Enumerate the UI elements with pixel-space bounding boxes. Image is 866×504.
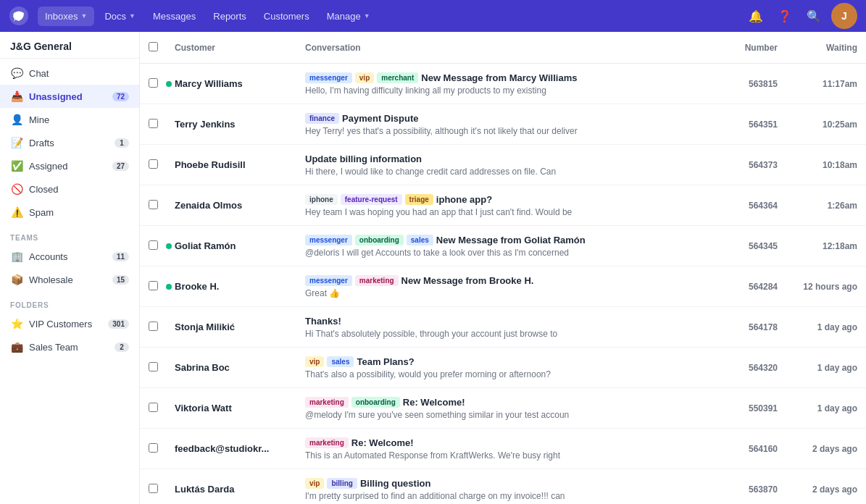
sidebar-item-label: VIP Customers bbox=[29, 319, 102, 329]
row-checkbox-container[interactable] bbox=[149, 403, 175, 414]
row-checkbox-container[interactable] bbox=[149, 119, 175, 130]
table-row[interactable]: Luktás Darda vipbillingBilling question … bbox=[140, 469, 866, 504]
row-checkbox[interactable] bbox=[149, 443, 158, 453]
table-row[interactable]: Phoebe Rudisill Update billing informati… bbox=[140, 145, 866, 185]
sidebar-item-assigned[interactable]: ✅ Assigned 27 bbox=[0, 154, 139, 177]
brand-logo[interactable] bbox=[9, 6, 29, 26]
row-checkbox[interactable] bbox=[149, 484, 158, 493]
conv-title: iphone app? bbox=[436, 194, 492, 205]
conv-preview: This is an Automated Response from Kraft… bbox=[305, 450, 707, 461]
accounts-icon: 🏢 bbox=[10, 251, 23, 262]
tag-messenger: messenger bbox=[305, 72, 352, 83]
conv-title: New Message from Goliat Ramón bbox=[436, 235, 586, 245]
row-conversation: Thanks! Hi That's absolutely possible, t… bbox=[305, 316, 712, 339]
customer-name: Goliat Ramón bbox=[175, 240, 305, 251]
help-button[interactable]: ❓ bbox=[773, 4, 796, 28]
notifications-button[interactable]: 🔔 bbox=[744, 4, 767, 28]
row-number: 564345 bbox=[712, 241, 778, 251]
user-avatar[interactable]: J bbox=[831, 3, 857, 29]
conv-tags: iphonefeature-requesttriageiphone app? bbox=[305, 194, 707, 205]
row-checkbox[interactable] bbox=[149, 200, 158, 209]
customer-name: Sabrina Boc bbox=[175, 362, 305, 373]
nav-reports[interactable]: Reports bbox=[206, 7, 254, 26]
main-layout: J&G General 💬 Chat 📥 Unassigned 72 👤 Min… bbox=[0, 32, 866, 504]
row-checkbox[interactable] bbox=[149, 119, 158, 128]
table-row[interactable]: Viktoria Watt marketingonboardingRe: Wel… bbox=[140, 388, 866, 429]
row-checkbox-container[interactable] bbox=[149, 362, 175, 374]
row-checkbox-container[interactable] bbox=[149, 159, 175, 171]
sidebar-item-chat[interactable]: 💬 Chat bbox=[0, 62, 139, 85]
conv-title: Team Plans? bbox=[357, 356, 414, 367]
row-checkbox[interactable] bbox=[149, 159, 158, 169]
sidebar-item-unassigned[interactable]: 📥 Unassigned 72 bbox=[0, 85, 139, 108]
table-row[interactable]: Terry Jenkins financePayment Dispute Hey… bbox=[140, 104, 866, 145]
tag-billing: billing bbox=[327, 478, 357, 489]
conv-preview: Hey Terry! yes that's a possibility, alt… bbox=[305, 126, 707, 136]
sidebar: J&G General 💬 Chat 📥 Unassigned 72 👤 Min… bbox=[0, 32, 140, 504]
conv-title: New Message from Brooke H. bbox=[401, 275, 534, 286]
conv-preview: @deloris I will get Accounts to take a l… bbox=[305, 248, 707, 258]
nav-docs[interactable]: Docs ▼ bbox=[97, 7, 143, 26]
row-checkbox[interactable] bbox=[149, 362, 158, 371]
header-number: Number bbox=[712, 43, 778, 53]
row-customer: Luktás Darda bbox=[175, 484, 305, 495]
conv-title: Re: Welcome! bbox=[351, 437, 414, 448]
row-checkbox[interactable] bbox=[149, 281, 158, 290]
sidebar-item-closed[interactable]: 🚫 Closed bbox=[0, 177, 139, 201]
table-row[interactable]: Marcy Williams messengervipmerchantNew M… bbox=[140, 64, 866, 104]
customer-name: Marcy Williams bbox=[175, 78, 305, 89]
row-conversation: vipbillingBilling question I'm pretty su… bbox=[305, 478, 712, 501]
row-checkbox-container[interactable] bbox=[149, 484, 175, 495]
conv-tags: marketingRe: Welcome! bbox=[305, 437, 707, 448]
row-checkbox-container[interactable] bbox=[149, 200, 175, 211]
table-row[interactable]: Goliat Ramón messengeronboardingsalesNew… bbox=[140, 226, 866, 266]
sales-team-badge: 2 bbox=[115, 343, 129, 352]
conv-tags: messengeronboardingsalesNew Message from… bbox=[305, 235, 707, 245]
tag-marketing: marketing bbox=[305, 397, 349, 408]
inboxes-chevron: ▼ bbox=[81, 12, 88, 20]
nav-manage[interactable]: Manage ▼ bbox=[320, 7, 378, 26]
sidebar-item-vip-customers[interactable]: ⭐ VIP Customers 301 bbox=[0, 312, 139, 335]
sidebar-item-accounts[interactable]: 🏢 Accounts 11 bbox=[0, 245, 139, 268]
nav-messages[interactable]: Messages bbox=[146, 7, 203, 26]
table-row[interactable]: feedback@studiokr... marketingRe: Welcom… bbox=[140, 429, 866, 469]
teams-section-title: TEAMS bbox=[0, 224, 139, 245]
row-checkbox[interactable] bbox=[149, 403, 158, 412]
row-customer: Stonja Milikić bbox=[175, 322, 305, 332]
row-number: 550391 bbox=[712, 403, 778, 413]
customer-name: Zenaida Olmos bbox=[175, 200, 305, 211]
sidebar-item-sales-team[interactable]: 💼 Sales Team 2 bbox=[0, 335, 139, 358]
attachment-icon: 📎 bbox=[680, 401, 698, 416]
row-number: 564351 bbox=[712, 119, 778, 130]
row-waiting: 11:17am bbox=[778, 79, 857, 89]
row-checkbox[interactable] bbox=[149, 78, 158, 88]
table-row[interactable]: Stonja Milikić Thanks! Hi That's absolut… bbox=[140, 307, 866, 348]
row-checkbox-container[interactable] bbox=[149, 322, 175, 333]
table-row[interactable]: Brooke H. messengermarketingNew Message … bbox=[140, 266, 866, 307]
row-checkbox[interactable] bbox=[149, 240, 158, 250]
tag-sales: sales bbox=[407, 235, 433, 245]
header-check[interactable] bbox=[149, 42, 175, 54]
table-row[interactable]: Sabrina Boc vipsalesTeam Plans? That's a… bbox=[140, 348, 866, 388]
select-all-checkbox[interactable] bbox=[149, 42, 158, 51]
conv-preview: Hi That's absolutely possible, through y… bbox=[305, 329, 707, 339]
sidebar-item-mine[interactable]: 👤 Mine bbox=[0, 108, 139, 131]
sidebar-item-label: Accounts bbox=[29, 251, 107, 262]
sidebar-item-wholesale[interactable]: 📦 Wholesale 15 bbox=[0, 268, 139, 291]
customer-name: Luktás Darda bbox=[175, 484, 305, 495]
search-button[interactable]: 🔍 bbox=[802, 4, 825, 28]
tag-marketing: marketing bbox=[305, 437, 349, 448]
conversation-list: Marcy Williams messengervipmerchantNew M… bbox=[140, 64, 866, 504]
row-checkbox-container[interactable] bbox=[149, 443, 175, 455]
sidebar-item-spam[interactable]: ⚠️ Spam bbox=[0, 201, 139, 224]
conv-title: Update billing information bbox=[305, 154, 422, 164]
row-checkbox[interactable] bbox=[149, 322, 158, 331]
nav-inboxes[interactable]: Inboxes ▼ bbox=[38, 7, 94, 26]
nav-customers[interactable]: Customers bbox=[257, 7, 317, 26]
table-row[interactable]: Zenaida Olmos iphonefeature-requesttriag… bbox=[140, 185, 866, 226]
row-customer: Viktoria Watt bbox=[175, 403, 305, 413]
customer-name: feedback@studiokr... bbox=[175, 443, 305, 454]
conv-preview: @melody I'm sure you've seen something s… bbox=[305, 410, 707, 420]
resolved-indicator bbox=[166, 243, 172, 249]
sidebar-item-drafts[interactable]: 📝 Drafts 1 bbox=[0, 131, 139, 154]
